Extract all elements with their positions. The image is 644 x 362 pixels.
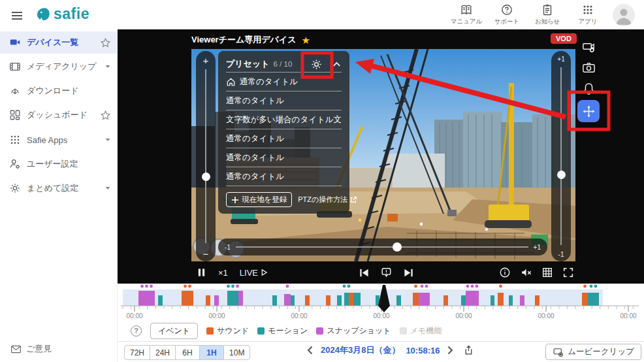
home-icon [226, 77, 236, 87]
feedback-link[interactable]: ご意見 [10, 343, 52, 355]
event-dot-purple [286, 285, 289, 288]
sidebar-item-device-list[interactable]: デバイス一覧 [0, 31, 118, 54]
zoom-slider[interactable]: + − [196, 51, 216, 261]
legend-row: ? イベント サウンド モーション スナップショット メモ機能 [118, 320, 644, 341]
star-icon[interactable] [100, 110, 111, 121]
movie-clip-icon [553, 347, 564, 357]
preset-item-4[interactable]: 通常のタイトル [226, 129, 342, 148]
favorite-star-icon[interactable]: ★ [302, 35, 310, 45]
user-avatar[interactable] [613, 4, 635, 26]
timeline[interactable]: 00:0000:0000:0000:0000:0000:0000:00 [118, 284, 644, 320]
device-settings-button[interactable] [577, 36, 600, 57]
event-marker-purple [520, 295, 524, 306]
live-button[interactable]: LIVE [240, 268, 268, 278]
help-icon[interactable]: ? [131, 325, 142, 337]
person-icon [613, 4, 635, 26]
tilt-up-label[interactable]: +1 [557, 51, 564, 66]
date-navigation: 2024年3月8日（金） 10:58:16 [306, 344, 474, 356]
range-1h-button[interactable]: 1H [199, 345, 224, 360]
pan-slider-track[interactable] [236, 246, 528, 248]
external-link-icon [349, 196, 357, 204]
preset-settings-gear-icon[interactable] [310, 58, 323, 71]
grid-icon [541, 267, 553, 278]
nav-manual[interactable]: マニュアル [448, 3, 485, 26]
sidebar-item-label: ダウンロード [27, 85, 79, 97]
fullscreen-button[interactable] [562, 267, 574, 278]
sidebar: デバイス一覧 メディアクリップ ダウンロード ダッシュボード Safie App… [0, 29, 118, 362]
bottom-bar: 72H 24H 6H 1H 10M 2024年3月8日（金） 10:58:16 … [118, 341, 644, 362]
event-marker-teal [396, 295, 401, 306]
pan-slider[interactable]: -1 +1 [218, 239, 547, 255]
sidebar-item-download[interactable]: ダウンロード [0, 80, 118, 102]
playback-speed-button[interactable]: ×1 [218, 268, 228, 278]
timeline-tick-label: 00:00 [208, 312, 225, 320]
zoom-slider-handle[interactable] [202, 173, 210, 181]
event-marker-teal [491, 295, 494, 306]
nav-apps[interactable]: アプリ [570, 3, 606, 26]
movie-clip-button[interactable]: ムービークリップ [545, 344, 641, 360]
preset-item-3[interactable]: 文字数が多い場合のタイトル文字数… [226, 110, 342, 129]
support-question-icon [500, 3, 513, 16]
feedback-label: ご意見 [26, 343, 52, 355]
sidebar-item-label: ダッシュボード [27, 109, 88, 121]
skip-forward-button[interactable] [403, 267, 415, 278]
pause-button[interactable] [197, 267, 206, 278]
hamburger-menu-icon[interactable] [9, 8, 25, 24]
pan-left-label: -1 [225, 244, 231, 251]
sidebar-item-safie-apps[interactable]: Safie Apps [0, 129, 118, 151]
nav-news[interactable]: お知らせ [529, 3, 566, 26]
safie-logo[interactable]: safie [35, 7, 89, 24]
notification-button[interactable] [577, 78, 600, 99]
share-button[interactable] [463, 344, 474, 356]
sidebar-item-label: デバイス一覧 [27, 37, 78, 48]
motion-color-swatch [257, 327, 265, 335]
next-date-chevron-icon[interactable] [445, 345, 455, 355]
timeline-tick-label: 00:00 [126, 312, 142, 320]
previous-date-chevron-icon[interactable] [306, 345, 315, 355]
tilt-slider-handle[interactable] [557, 171, 566, 179]
preset-item-6[interactable]: 通常のタイトル [226, 167, 342, 186]
preset-item-5[interactable]: 通常のタイトル [226, 148, 342, 167]
video-frame[interactable]: + − +1 -1 -1 +1 プリセット 6 / 10 [191, 49, 575, 261]
preset-item-2[interactable]: 通常のタイトル [226, 91, 342, 110]
range-10m-button[interactable]: 10M [223, 345, 250, 360]
event-marker-teal [588, 293, 599, 306]
device-camera-icon [9, 37, 21, 48]
device-title: Viewerチーム専用デバイス [191, 34, 297, 46]
event-marker-button[interactable] [380, 267, 393, 278]
preset-item-1[interactable]: 通常のタイトル [226, 73, 342, 91]
sidebar-item-dashboard[interactable]: ダッシュボード [0, 104, 118, 126]
star-icon[interactable] [100, 37, 111, 48]
zoom-in-label[interactable]: + [203, 51, 209, 68]
mute-button[interactable] [520, 267, 532, 278]
skip-back-button[interactable] [358, 267, 370, 278]
sidebar-item-user-settings[interactable]: ユーザー設定 [0, 153, 118, 175]
zoom-out-label[interactable]: − [203, 244, 209, 261]
multi-view-button[interactable] [541, 267, 553, 278]
range-6h-button[interactable]: 6H [175, 345, 200, 360]
info-button[interactable] [499, 267, 511, 278]
tilt-slider[interactable]: +1 -1 [551, 51, 571, 261]
preset-item-label: 通常のタイトル [240, 76, 298, 88]
tilt-down-label[interactable]: -1 [558, 246, 564, 261]
zoom-slider-track[interactable] [205, 69, 206, 243]
range-72h-button[interactable]: 72H [124, 345, 150, 360]
download-icon [9, 85, 21, 97]
nav-support[interactable]: サポート [489, 3, 525, 26]
event-dot-purple [471, 285, 474, 288]
sidebar-item-media-clip[interactable]: メディアクリップ [0, 56, 118, 78]
skip-back-icon [358, 267, 370, 278]
ptz-move-button[interactable] [577, 100, 600, 122]
ptz-help-link[interactable]: PTZの操作方法 [298, 195, 357, 205]
preset-collapse-chevron-icon[interactable] [332, 59, 342, 69]
tilt-slider-track[interactable] [560, 67, 562, 245]
range-24h-button[interactable]: 24H [150, 345, 176, 360]
play-outline-icon [261, 269, 268, 276]
timeline-tick-label: 00:00 [455, 312, 472, 320]
media-clip-icon [9, 61, 21, 73]
event-filter-button[interactable]: イベント [150, 323, 198, 339]
sidebar-item-bulk-settings[interactable]: まとめて設定 [0, 177, 118, 199]
pan-slider-handle[interactable] [393, 242, 402, 252]
register-position-button[interactable]: 現在地を登録 [226, 192, 292, 207]
snapshot-button[interactable] [577, 57, 600, 78]
